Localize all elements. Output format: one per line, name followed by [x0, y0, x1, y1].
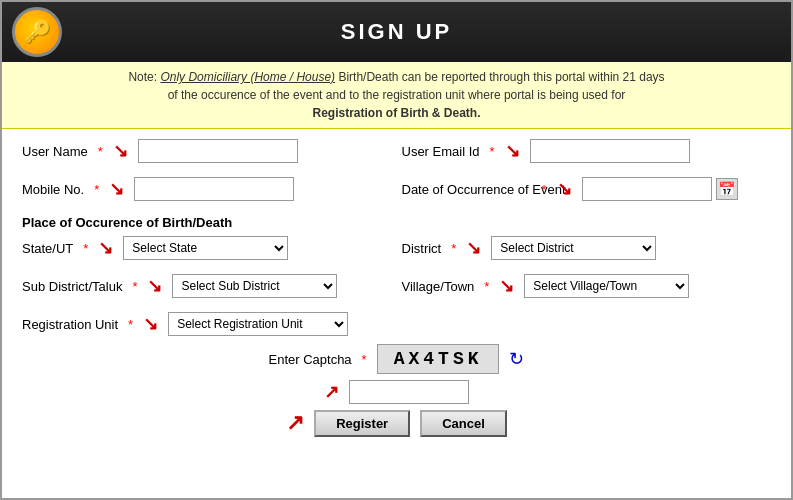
village-required: * — [484, 279, 489, 294]
regunit-required: * — [128, 317, 133, 332]
arrow-village: ↘ — [499, 275, 514, 297]
username-required: * — [98, 144, 103, 159]
mobile-required: * — [94, 182, 99, 197]
refresh-icon[interactable]: ↻ — [509, 348, 524, 370]
captcha-section: Enter Captcha * AX4TSK ↻ ↗ — [22, 344, 771, 404]
subdistrict-required: * — [132, 279, 137, 294]
arrow-state: ↘ — [98, 237, 113, 259]
arrow-email: ↘ — [505, 140, 520, 162]
date-input-wrap: 📅 — [582, 177, 738, 201]
main-content: User Name * ↘ User Email Id * ↘ Mobile — [2, 129, 791, 498]
date-input[interactable] — [582, 177, 712, 201]
button-row: ↗ Register Cancel — [22, 410, 771, 437]
place-section-title: Place of Occurence of Birth/Death — [22, 215, 771, 230]
captcha-row: Enter Captcha * AX4TSK ↻ — [269, 344, 525, 374]
key-icon: 🔑 — [24, 19, 51, 45]
calendar-icon[interactable]: 📅 — [716, 178, 738, 200]
email-input[interactable] — [530, 139, 690, 163]
arrow-register: ↗ — [286, 410, 304, 437]
district-required: * — [451, 241, 456, 256]
captcha-input-row: ↗ — [324, 380, 469, 404]
arrow-username: ↘ — [113, 140, 128, 162]
arrow-mobile: ↘ — [109, 178, 124, 200]
notice-prefix: Note: — [128, 70, 160, 84]
captcha-required: * — [362, 352, 367, 367]
subdistrict-select[interactable]: Select Sub District — [172, 274, 337, 298]
arrow-subdistrict: ↘ — [147, 275, 162, 297]
date-label: Date of Occurrence of Event — [402, 182, 532, 197]
district-select[interactable]: Select District — [491, 236, 656, 260]
username-label: User Name — [22, 144, 88, 159]
captcha-value: AX4TSK — [377, 344, 500, 374]
mobile-input[interactable] — [134, 177, 294, 201]
logo-icon: 🔑 — [12, 7, 62, 57]
header: 🔑 SIGN UP — [2, 2, 791, 62]
state-label: State/UT — [22, 241, 73, 256]
state-select[interactable]: Select State — [123, 236, 288, 260]
village-label: Village/Town — [402, 279, 475, 294]
arrow-district: ↘ — [466, 237, 481, 259]
email-label: User Email Id — [402, 144, 480, 159]
captcha-label: Enter Captcha — [269, 352, 352, 367]
arrow-date: ↘ — [557, 178, 572, 200]
regunit-label: Registration Unit — [22, 317, 118, 332]
date-required: * — [542, 182, 547, 197]
cancel-button[interactable]: Cancel — [420, 410, 507, 437]
username-input[interactable] — [138, 139, 298, 163]
captcha-input[interactable] — [349, 380, 469, 404]
arrow-regunit: ↘ — [143, 313, 158, 335]
arrow-captcha: ↗ — [324, 381, 339, 403]
state-required: * — [83, 241, 88, 256]
regunit-select[interactable]: Select Registration Unit — [168, 312, 348, 336]
notice-bar: Note: Only Domiciliary (Home / House) Bi… — [2, 62, 791, 129]
register-button[interactable]: Register — [314, 410, 410, 437]
notice-italic: Only Domiciliary (Home / House) — [160, 70, 335, 84]
village-select[interactable]: Select Village/Town — [524, 274, 689, 298]
page-title: SIGN UP — [341, 19, 452, 45]
subdistrict-label: Sub District/Taluk — [22, 279, 122, 294]
district-label: District — [402, 241, 442, 256]
email-required: * — [490, 144, 495, 159]
mobile-label: Mobile No. — [22, 182, 84, 197]
